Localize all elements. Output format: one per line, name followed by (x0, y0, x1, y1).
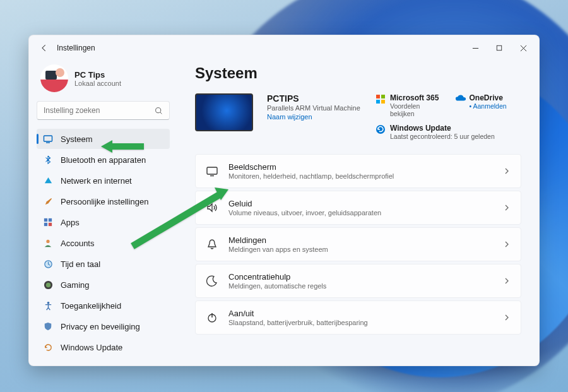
nav-label: Apps (61, 218, 80, 227)
chevron-right-icon (503, 204, 511, 211)
update-badge-icon (376, 124, 386, 134)
nav-label: Bluetooth en apparaten (61, 155, 146, 165)
bell-icon (206, 238, 218, 251)
profile-block[interactable]: PC Tips Lokaal account (37, 61, 170, 101)
card-sub: Aanmelden (470, 102, 507, 110)
setting-geluid[interactable]: Geluid Volume niveaus, uitvoer, invoer, … (195, 191, 521, 225)
svg-point-2 (156, 107, 161, 112)
nav-list: Systeem Bluetooth en apparaten Netwerk e… (37, 129, 170, 357)
svg-rect-7 (49, 218, 52, 222)
update-icon (43, 342, 53, 352)
window-title: Instellingen (57, 44, 95, 52)
search-input[interactable] (44, 106, 145, 115)
nav-item-accounts[interactable]: Accounts (37, 233, 170, 253)
setting-sub: Meldingen van apps en systeem (228, 246, 493, 253)
clock-icon (43, 259, 53, 269)
card-title: Microsoft 365 (390, 93, 442, 102)
settings-window: Instellingen PC Tips Lokaal account (28, 35, 540, 366)
nav-item-persoonlijk[interactable]: Persoonlijke instellingen (37, 191, 170, 211)
ms365-icon (376, 94, 386, 104)
nav-label: Netwerk en internet (61, 176, 132, 186)
setting-title: Geluid (228, 199, 493, 208)
card-sub: Voordelen bekijken (390, 102, 442, 117)
nav-item-update[interactable]: Windows Update (37, 337, 170, 357)
svg-line-3 (160, 112, 162, 113)
card-title: OneDrive (470, 93, 507, 102)
profile-name: PC Tips (74, 70, 121, 80)
svg-rect-14 (376, 95, 380, 98)
nav-item-gaming[interactable]: Gaming (37, 275, 170, 295)
rename-link[interactable]: Naam wijzigen (267, 113, 362, 121)
sound-icon (206, 201, 218, 214)
svg-rect-16 (376, 100, 380, 104)
setting-beeldscherm[interactable]: Beeldscherm Monitoren, helderheid, nacht… (195, 154, 521, 188)
setting-title: Meldingen (228, 235, 493, 245)
gaming-icon (43, 280, 53, 290)
close-button[interactable] (519, 44, 528, 52)
accessibility-icon (43, 300, 53, 311)
setting-sub: Monitoren, helderheid, nachtlamp, beelds… (228, 172, 493, 180)
main-content: Systeem PCTIPS Parallels ARM Virtual Mac… (177, 61, 539, 365)
chevron-right-icon (503, 167, 511, 175)
back-button[interactable] (40, 44, 48, 52)
nav-item-apps[interactable]: Apps (37, 212, 170, 232)
svg-rect-9 (49, 223, 52, 226)
minimize-button[interactable] (471, 44, 480, 52)
titlebar: Instellingen (29, 35, 539, 61)
nav-item-tijd[interactable]: Tijd en taal (37, 254, 170, 274)
svg-rect-19 (207, 167, 217, 174)
window-controls (471, 44, 534, 52)
profile-sub: Lokaal account (74, 80, 121, 87)
nav-item-toegankelijkheid[interactable]: Toegankelijkheid (37, 295, 170, 316)
nav-item-netwerk[interactable]: Netwerk en internet (37, 170, 170, 191)
card-update[interactable]: Windows Update Laatst gecontroleerd: 5 u… (376, 124, 521, 140)
search-box[interactable] (37, 101, 170, 120)
bluetooth-icon (43, 155, 53, 165)
chevron-right-icon (503, 314, 511, 321)
brush-icon (43, 196, 53, 206)
chevron-right-icon (503, 241, 511, 248)
moon-icon (206, 275, 218, 287)
nav-item-systeem[interactable]: Systeem (37, 129, 170, 149)
setting-sub: Volume niveaus, uitvoer, invoer, geluids… (228, 209, 493, 217)
svg-rect-17 (381, 100, 385, 104)
page-title: Systeem (195, 64, 521, 82)
maximize-button[interactable] (495, 44, 504, 52)
svg-rect-1 (497, 45, 502, 50)
setting-concentratiehulp[interactable]: Concentratiehulp Meldingen, automatische… (195, 264, 521, 298)
setting-title: Beeldscherm (228, 162, 493, 172)
nav-label: Systeem (61, 134, 93, 144)
card-ms365[interactable]: Microsoft 365 Voordelen bekijken (376, 93, 442, 117)
svg-rect-8 (44, 223, 47, 226)
nav-label: Toegankelijkheid (61, 301, 121, 311)
pc-thumbnail (195, 93, 253, 131)
svg-rect-4 (44, 136, 52, 141)
svg-point-10 (46, 240, 49, 243)
setting-title: Concentratiehulp (228, 272, 493, 282)
nav-label: Persoonlijke instellingen (61, 197, 148, 206)
wifi-icon (43, 175, 53, 186)
pc-info-row: PCTIPS Parallels ARM Virtual Machine Naa… (195, 93, 521, 140)
setting-sub: Slaapstand, batterijverbruik, batterijbe… (228, 319, 493, 326)
onedrive-icon (455, 94, 465, 104)
card-title: Windows Update (390, 124, 495, 133)
svg-rect-6 (44, 218, 47, 222)
card-onedrive[interactable]: OneDrive Aanmelden (455, 93, 522, 117)
sidebar: PC Tips Lokaal account Systeem Bluetooth… (29, 61, 177, 365)
nav-label: Privacy en beveiliging (61, 322, 140, 331)
nav-label: Accounts (61, 239, 94, 248)
shield-icon (43, 321, 53, 331)
settings-list: Beeldscherm Monitoren, helderheid, nacht… (195, 154, 521, 335)
system-icon (43, 134, 53, 144)
chevron-right-icon (503, 277, 511, 285)
nav-item-privacy[interactable]: Privacy en beveiliging (37, 316, 170, 336)
setting-meldingen[interactable]: Meldingen Meldingen van apps en systeem (195, 227, 521, 261)
nav-label: Tijd en taal (61, 259, 100, 269)
power-icon (206, 311, 218, 324)
apps-icon (43, 217, 53, 227)
nav-item-bluetooth[interactable]: Bluetooth en apparaten (37, 150, 170, 170)
card-sub: Laatst gecontroleerd: 5 uur geleden (390, 133, 495, 140)
svg-rect-15 (381, 95, 385, 98)
setting-aanuit[interactable]: Aan/uit Slaapstand, batterijverbruik, ba… (195, 300, 521, 335)
nav-label: Gaming (61, 280, 90, 290)
